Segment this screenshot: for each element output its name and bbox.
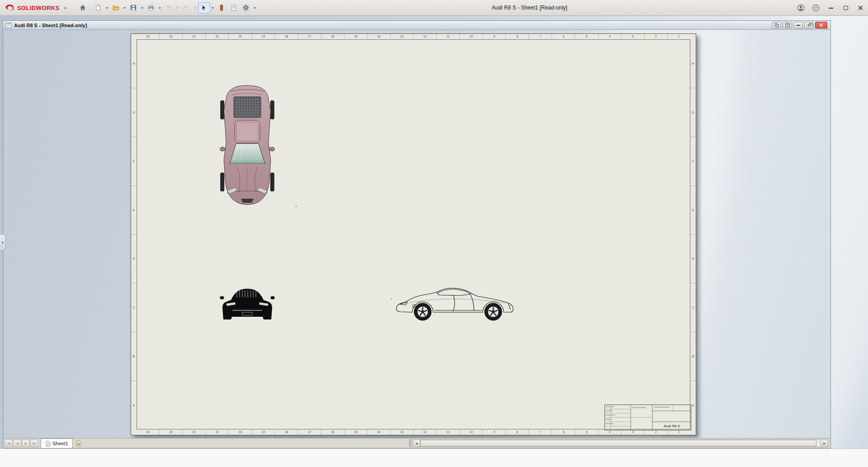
add-sheet-button[interactable]	[74, 439, 84, 447]
rebuild-traffic-light-icon	[218, 4, 225, 11]
last-sheet-button[interactable]: ▶|	[30, 439, 38, 447]
app-window-controls: ?	[793, 0, 868, 16]
document-restore-button[interactable]	[804, 22, 814, 29]
print-dropdown-arrow[interactable]: ▾	[157, 2, 163, 14]
open-button[interactable]	[110, 2, 122, 14]
help-button[interactable]: ?	[808, 0, 823, 16]
zone-label: 12	[413, 34, 436, 39]
zone-ruler-right: HGFEDCBA	[690, 39, 696, 429]
zone-label: H	[690, 39, 696, 88]
select-dropdown-arrow[interactable]: ▾	[210, 2, 216, 14]
zone-label: 18	[274, 34, 297, 39]
home-icon	[79, 4, 86, 11]
zone-label: 22	[182, 34, 205, 39]
document-window: Audi R8 S - Sheet1 [Read-only]	[3, 20, 831, 448]
zone-label: C	[690, 283, 696, 332]
zone-label: 12	[413, 429, 436, 435]
document-close-button[interactable]	[815, 22, 827, 29]
zone-label: 17	[298, 429, 321, 435]
sheet-icon	[45, 441, 51, 447]
document-titlebar[interactable]: Audi R8 S - Sheet1 [Read-only]	[3, 21, 830, 30]
redo-icon	[183, 4, 190, 11]
horizontal-scrollbar[interactable]: ◀ ▶	[413, 439, 828, 447]
zone-label: 5	[575, 429, 598, 435]
options-dropdown-arrow[interactable]: ▾	[252, 2, 258, 14]
drawing-view-front[interactable]	[220, 286, 275, 321]
zone-ruler-left: HGFEDCBA	[131, 39, 137, 429]
first-sheet-button[interactable]: |◀	[5, 439, 13, 447]
svg-text:?: ?	[815, 5, 817, 10]
scrollbar-track[interactable]	[420, 439, 821, 447]
zone-label: 15	[344, 429, 367, 435]
redo-button[interactable]	[180, 2, 193, 14]
drawing-view-side[interactable]	[394, 284, 519, 322]
window-arrange-button-1[interactable]	[772, 22, 781, 29]
save-button[interactable]	[127, 2, 140, 14]
zone-label: 16	[321, 429, 344, 435]
drawing-sheet[interactable]: 242322212019181716151413121110987654321 …	[131, 33, 696, 435]
account-button[interactable]	[793, 0, 808, 16]
scroll-right-button[interactable]: ▶	[821, 439, 828, 447]
mdi-area: Audi R8 S - Sheet1 [Read-only]	[0, 16, 868, 448]
annotation-point	[391, 299, 392, 300]
zone-label: E	[690, 186, 696, 234]
zone-label: 21	[205, 34, 228, 39]
document-minimize-button[interactable]	[793, 22, 803, 29]
next-sheet-button[interactable]: ▶	[22, 439, 30, 447]
tab-sheet1[interactable]: Sheet1	[41, 438, 73, 448]
zone-label: 14	[367, 429, 390, 435]
zone-label: 19	[251, 429, 274, 435]
previous-sheet-button[interactable]: ◀	[13, 439, 21, 447]
zone-ruler-top: 242322212019181716151413121110987654321	[137, 34, 690, 39]
print-button[interactable]	[145, 2, 157, 14]
close-button[interactable]	[853, 0, 868, 16]
zone-label: 9	[482, 34, 505, 39]
zone-label: 6	[552, 429, 575, 435]
undo-dropdown-arrow[interactable]: ▾	[175, 2, 180, 14]
zone-label: 7	[528, 34, 552, 39]
window-arrange-button-2[interactable]	[783, 22, 792, 29]
zone-label: 1	[667, 34, 690, 39]
maximize-button[interactable]	[838, 0, 853, 16]
save-dropdown-arrow[interactable]: ▾	[140, 2, 145, 14]
graphics-area[interactable]: 242322212019181716151413121110987654321 …	[3, 30, 830, 438]
add-sheet-icon	[75, 440, 82, 447]
zone-label: 8	[505, 429, 528, 435]
restore-icon	[808, 24, 811, 26]
tab-scrollbar-splitter[interactable]	[409, 439, 411, 447]
featuremanager-collapsed-handle[interactable]	[0, 234, 6, 251]
undo-button[interactable]	[163, 2, 175, 14]
select-tool-button[interactable]	[198, 2, 210, 14]
scrollbar-thumb[interactable]	[420, 440, 816, 447]
title-block-drawing-name: Audi R8 S	[664, 424, 680, 428]
rebuild-button[interactable]	[216, 2, 228, 14]
minimize-icon	[829, 8, 833, 9]
zone-label: 23	[159, 429, 182, 435]
open-folder-icon	[112, 4, 119, 11]
zone-label: 21	[205, 429, 228, 435]
zone-label: C	[131, 283, 137, 332]
file-properties-button[interactable]	[228, 2, 240, 14]
minimize-icon	[797, 25, 800, 26]
drawing-view-top[interactable]	[220, 84, 275, 206]
new-document-button[interactable]	[92, 2, 104, 14]
redo-dropdown-arrow[interactable]: ▾	[193, 2, 198, 14]
open-dropdown-arrow[interactable]: ▾	[122, 2, 127, 14]
zone-label: 23	[159, 34, 182, 39]
home-button[interactable]	[77, 2, 89, 14]
title-block[interactable]: Audi R8 S	[604, 405, 691, 430]
car-top-view-graphic	[220, 84, 275, 206]
zone-label: 20	[228, 429, 251, 435]
options-button[interactable]	[240, 2, 252, 14]
document-title: Audi R8 S - Sheet1 [Read-only]	[14, 23, 87, 28]
zone-label: 8	[505, 34, 528, 39]
zone-label: 10	[459, 34, 482, 39]
status-bar	[0, 448, 868, 467]
toolbar-flyout-arrow[interactable]: ▸	[62, 5, 70, 10]
zone-label: 9	[482, 429, 505, 435]
window-title: Audi R8 S - Sheet1 [Read-only]	[491, 5, 567, 11]
new-dropdown-arrow[interactable]: ▾	[104, 2, 110, 14]
minimize-button[interactable]	[823, 0, 838, 16]
scroll-left-button[interactable]: ◀	[413, 439, 420, 447]
close-icon	[819, 23, 823, 27]
